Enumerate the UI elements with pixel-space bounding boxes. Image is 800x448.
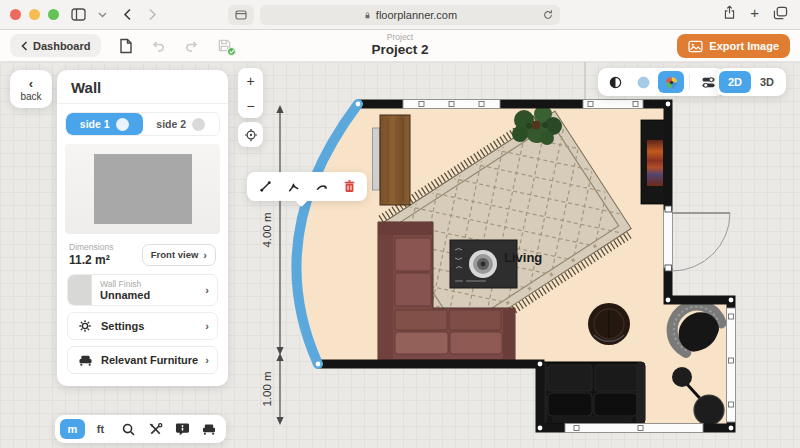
back-label: back [20, 91, 41, 102]
furniture-library-icon[interactable] [197, 419, 221, 439]
wall-finish-swatch [94, 154, 192, 224]
side2-label: side 2 [156, 118, 186, 130]
browser-forward-button[interactable] [148, 8, 157, 21]
shaded-mode-icon[interactable] [630, 71, 656, 93]
floorplan-canvas[interactable]: Living [0, 62, 800, 448]
settings-row[interactable]: Settings › [67, 312, 218, 340]
chevron-down-icon[interactable] [98, 11, 107, 18]
crosshair-icon [244, 128, 258, 142]
zoom-out-button[interactable]: − [238, 93, 263, 118]
share-icon[interactable] [723, 5, 736, 20]
view-3d-button[interactable]: 3D [751, 71, 783, 93]
render-mode-toolbar [598, 68, 725, 96]
side1-label: side 1 [80, 118, 110, 130]
window-bottom[interactable] [565, 424, 703, 433]
image-export-icon [688, 40, 703, 53]
wall-properties-panel: Wall side 1 side 2 Dimensions 11.2 m² Fr… [57, 70, 228, 386]
chevron-right-icon: › [205, 320, 209, 332]
side-table[interactable] [588, 303, 630, 345]
dimensions-label: Dimensions [69, 242, 113, 252]
chevron-right-icon: › [205, 354, 209, 366]
wall-finish-preview[interactable] [65, 144, 220, 234]
relevant-furniture-row[interactable]: Relevant Furniture › [67, 346, 218, 374]
export-image-label: Export Image [709, 40, 779, 52]
address-bar[interactable]: floorplanner.com [260, 5, 560, 25]
new-project-icon[interactable] [119, 38, 133, 54]
wall-finish-value: Unnamed [100, 289, 150, 301]
chevron-left-icon [21, 41, 28, 51]
zoom-in-button[interactable]: + [238, 68, 263, 93]
tab-overview-icon[interactable] [773, 6, 788, 20]
front-view-label: Front view [151, 249, 199, 260]
settings-label: Settings [101, 320, 144, 332]
bottom-toolbar: m ft [55, 415, 226, 443]
url-text: floorplanner.com [376, 9, 457, 21]
textured-mode-icon[interactable] [658, 71, 684, 93]
dashboard-button[interactable]: Dashboard [10, 34, 101, 57]
browser-back-button[interactable] [123, 8, 132, 21]
unit-feet-button[interactable]: ft [88, 419, 113, 439]
measurement-label-lower: 1.00 m [261, 371, 273, 406]
dimensions-value: 11.2 m² [69, 253, 113, 267]
save-status-icon [217, 38, 232, 53]
saved-check-icon [227, 47, 236, 56]
window-top-left[interactable] [403, 100, 500, 109]
minimize-window-button[interactable] [29, 9, 40, 20]
delete-wall-icon[interactable] [337, 175, 361, 198]
view-2d-button[interactable]: 2D [719, 71, 751, 93]
wall-side-toggle: side 1 side 2 [65, 112, 220, 136]
side1-dot-icon [116, 118, 129, 131]
chevron-right-icon: › [205, 284, 209, 296]
wall-finish-row[interactable]: Wall Finish Unnamed › [67, 274, 218, 306]
lock-icon [363, 10, 372, 21]
room-label[interactable]: Living [504, 250, 542, 265]
tools-icon[interactable] [143, 419, 167, 439]
panel-title: Wall [57, 70, 228, 104]
door[interactable] [664, 206, 731, 271]
gear-icon [77, 319, 93, 333]
sofa-black[interactable] [538, 362, 645, 424]
redo-icon[interactable] [184, 39, 199, 52]
side2-dot-icon [192, 118, 205, 131]
wall-finish-kicker: Wall Finish [100, 279, 150, 289]
side1-tab[interactable]: side 1 [66, 113, 143, 135]
unit-meters-button[interactable]: m [60, 419, 85, 439]
window-top-right[interactable] [583, 100, 643, 109]
dimension-toggle: 2D 3D [716, 68, 786, 96]
new-tab-button[interactable]: + [750, 5, 759, 20]
fullscreen-window-button[interactable] [48, 9, 59, 20]
sidebar-toggle-icon[interactable] [71, 7, 88, 22]
page-settings-button[interactable] [228, 5, 254, 25]
dimensions-row: Dimensions 11.2 m² Front view › [57, 234, 228, 274]
measurement-label-main: 4.00 m [261, 212, 273, 247]
dashboard-label: Dashboard [33, 40, 90, 52]
export-image-button[interactable]: Export Image [677, 34, 790, 58]
chevron-right-icon: › [203, 249, 207, 261]
outline-mode-icon[interactable] [602, 71, 628, 93]
sofa-icon [77, 354, 93, 367]
zoom-controls: + − [238, 68, 263, 118]
chevron-left-icon: ‹ [29, 77, 33, 90]
wall-edit-toolbar [247, 172, 367, 201]
center-view-button[interactable] [238, 122, 263, 147]
panel-back-button[interactable]: ‹ back [10, 70, 52, 108]
close-window-button[interactable] [10, 9, 21, 20]
undo-icon[interactable] [151, 39, 166, 52]
relevant-furniture-label: Relevant Furniture [101, 354, 198, 366]
straight-wall-icon[interactable] [253, 175, 277, 198]
front-view-button[interactable]: Front view › [142, 244, 216, 266]
app-toolbar: Dashboard Project Project 2 Export Image [0, 30, 800, 62]
feedback-chat-icon[interactable] [170, 419, 194, 439]
finish-color-swatch [68, 275, 92, 305]
reload-icon[interactable] [542, 8, 554, 21]
side2-tab[interactable]: side 2 [143, 113, 220, 135]
magnifier-icon[interactable] [116, 419, 140, 439]
window-controls [10, 9, 59, 20]
curve-wall-icon[interactable] [309, 175, 333, 198]
browser-chrome: floorplanner.com + [0, 0, 800, 30]
divider [689, 74, 690, 90]
window-right[interactable] [727, 308, 736, 422]
split-wall-icon[interactable] [281, 175, 305, 198]
